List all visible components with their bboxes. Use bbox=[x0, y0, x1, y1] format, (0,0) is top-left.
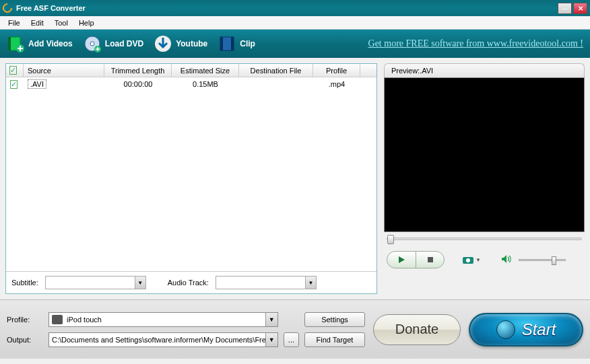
playback-controls: ▼ bbox=[384, 251, 585, 268]
chevron-down-icon: ▼ bbox=[476, 257, 481, 263]
filmstrip-icon bbox=[218, 35, 236, 52]
disc-icon bbox=[84, 35, 101, 52]
header-size[interactable]: Estimated Size bbox=[172, 64, 239, 77]
filmstrip-plus-icon bbox=[7, 35, 24, 52]
svg-rect-9 bbox=[231, 37, 234, 50]
output-settings-grid: Profile: iPod touch ▼ Settings Output: C… bbox=[7, 312, 365, 348]
close-button[interactable]: ✕ bbox=[573, 3, 587, 14]
settings-button[interactable]: Settings bbox=[304, 312, 365, 327]
checkbox-icon: ✓ bbox=[9, 66, 17, 75]
seek-thumb[interactable] bbox=[387, 235, 394, 244]
header-checkbox-col[interactable]: ✓ bbox=[6, 64, 24, 77]
seek-track[interactable] bbox=[387, 238, 582, 240]
audio-track-label: Audio Track: bbox=[168, 279, 209, 287]
svg-rect-1 bbox=[8, 37, 11, 50]
clip-button[interactable]: Clip bbox=[218, 35, 255, 52]
youtube-button[interactable]: Youtube bbox=[154, 35, 207, 52]
chevron-down-icon: ▼ bbox=[305, 277, 316, 289]
header-trimmed[interactable]: Trimmed Length bbox=[104, 64, 172, 77]
start-button[interactable]: Start bbox=[469, 313, 583, 347]
row-dest bbox=[239, 83, 313, 85]
start-label: Start bbox=[522, 320, 556, 339]
chevron-down-icon: ▼ bbox=[265, 333, 277, 347]
stop-button[interactable] bbox=[416, 252, 444, 268]
table-row[interactable]: ✓ .AVI 00:00:00 0.15MB .mp4 bbox=[6, 77, 376, 91]
svg-point-4 bbox=[90, 42, 94, 46]
load-dvd-button[interactable]: Load DVD bbox=[84, 35, 143, 52]
header-destination[interactable]: Destination File bbox=[239, 64, 313, 77]
file-list-panel: ✓ Source Trimmed Length Estimated Size D… bbox=[5, 63, 377, 294]
minimize-button[interactable]: — bbox=[558, 3, 572, 14]
header-source[interactable]: Source bbox=[24, 64, 104, 77]
profile-label: Profile: bbox=[7, 316, 43, 324]
output-path-combo[interactable]: C:\Documents and Settings\software.infor… bbox=[48, 332, 278, 347]
row-profile: .mp4 bbox=[313, 79, 360, 89]
load-dvd-label: Load DVD bbox=[105, 39, 143, 48]
stop-icon bbox=[427, 256, 434, 263]
volume-slider[interactable] bbox=[519, 259, 566, 261]
find-target-button[interactable]: Find Target bbox=[304, 332, 365, 347]
add-videos-button[interactable]: Add Videos bbox=[7, 35, 73, 52]
toolbar: Add Videos Load DVD Youtube Clip Get mor… bbox=[0, 30, 590, 58]
download-arrow-icon bbox=[154, 35, 172, 52]
window-title: Free ASF Converter bbox=[16, 4, 86, 12]
chevron-down-icon: ▼ bbox=[265, 313, 277, 326]
promo-link[interactable]: Get more FREE software from www.freevide… bbox=[368, 38, 583, 49]
youtube-label: Youtube bbox=[176, 39, 207, 48]
svg-rect-10 bbox=[428, 257, 433, 262]
main-area: ✓ Source Trimmed Length Estimated Size D… bbox=[0, 58, 590, 299]
grid-header: ✓ Source Trimmed Length Estimated Size D… bbox=[6, 64, 376, 77]
header-profile[interactable]: Profile bbox=[313, 64, 360, 77]
volume-thumb[interactable] bbox=[552, 256, 556, 265]
donate-label: Donate bbox=[395, 322, 439, 337]
browse-button[interactable]: ... bbox=[284, 332, 299, 347]
donate-button[interactable]: Donate bbox=[373, 314, 461, 345]
camera-icon bbox=[462, 255, 474, 264]
preview-panel: Preview:.AVI ▼ bbox=[384, 63, 585, 294]
add-videos-label: Add Videos bbox=[28, 39, 73, 48]
start-orb-icon bbox=[496, 320, 515, 339]
chevron-down-icon: ▼ bbox=[135, 277, 145, 289]
svg-rect-8 bbox=[220, 37, 223, 50]
snapshot-button[interactable]: ▼ bbox=[462, 252, 481, 267]
row-size: 0.15MB bbox=[172, 79, 239, 89]
titlebar: Free ASF Converter — ✕ bbox=[0, 0, 590, 16]
menu-tool[interactable]: Tool bbox=[49, 17, 73, 28]
profile-value: iPod touch bbox=[67, 316, 102, 324]
subtitle-audio-bar: Subtitle: ▼ Audio Track: ▼ bbox=[6, 271, 376, 293]
preview-title: Preview:.AVI bbox=[384, 63, 585, 77]
output-label: Output: bbox=[7, 336, 43, 344]
menu-edit[interactable]: Edit bbox=[26, 17, 49, 28]
profile-combo[interactable]: iPod touch ▼ bbox=[48, 312, 278, 327]
audio-track-combo[interactable]: ▼ bbox=[216, 276, 317, 289]
subtitle-label: Subtitle: bbox=[11, 279, 38, 287]
checkbox-checked-icon: ✓ bbox=[10, 80, 18, 89]
preview-viewport[interactable] bbox=[384, 77, 585, 232]
clip-label: Clip bbox=[240, 39, 255, 48]
app-logo-icon bbox=[1, 1, 14, 15]
row-checkbox[interactable]: ✓ bbox=[6, 79, 24, 90]
play-icon bbox=[397, 256, 405, 264]
grid-body[interactable]: ✓ .AVI 00:00:00 0.15MB .mp4 bbox=[6, 77, 376, 271]
play-button[interactable] bbox=[387, 252, 416, 268]
output-path-value: C:\Documents and Settings\software.infor… bbox=[52, 336, 266, 344]
menu-help[interactable]: Help bbox=[73, 17, 100, 28]
svg-point-12 bbox=[466, 258, 470, 262]
play-stop-group bbox=[387, 251, 445, 268]
menu-file[interactable]: File bbox=[3, 17, 26, 28]
subtitle-combo[interactable]: ▼ bbox=[45, 276, 146, 289]
row-source: .AVI bbox=[24, 78, 104, 90]
seek-bar[interactable] bbox=[384, 238, 585, 240]
volume-icon[interactable] bbox=[501, 254, 512, 266]
bottom-bar: Profile: iPod touch ▼ Settings Output: C… bbox=[0, 299, 590, 359]
row-trimmed: 00:00:00 bbox=[104, 79, 172, 89]
menubar: File Edit Tool Help bbox=[0, 16, 590, 30]
device-icon bbox=[52, 315, 63, 324]
